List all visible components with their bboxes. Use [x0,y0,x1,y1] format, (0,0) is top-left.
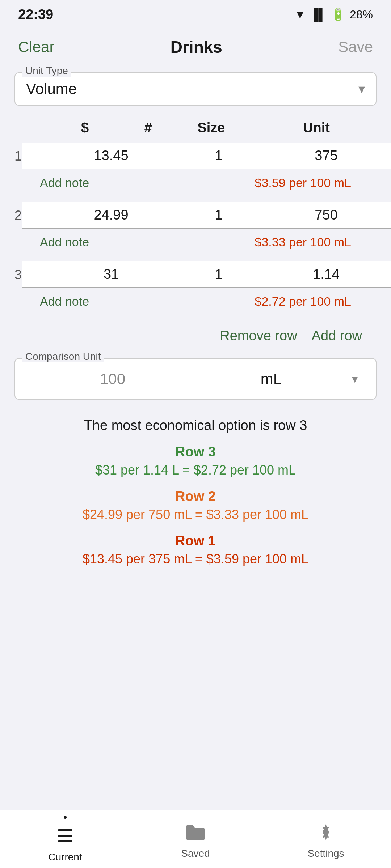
comparison-unit-select[interactable]: mL L fl oz cup pt qt gal [253,369,303,389]
battery-icon: 🔋 [331,8,345,21]
row-2-price-input[interactable] [22,202,201,229]
comparison-unit-value[interactable]: 100 [30,370,196,388]
row-1-num: 1 [14,149,22,164]
nav-settings-label: Settings [307,848,344,859]
list-icon [52,823,78,848]
result-row-2-label: Row 2 [29,489,362,504]
result-row-1-detail: $13.45 per 375 mL = $3.59 per 100 mL [29,552,362,567]
row-1-count-input[interactable] [201,143,237,169]
result-row-2: Row 2 $24.99 per 750 mL = $3.33 per 100 … [29,489,362,522]
row-2-count-input[interactable] [201,202,237,229]
clear-button[interactable]: Clear [18,38,54,56]
svg-rect-3 [186,828,205,840]
row-actions: Remove row Add row [14,321,377,351]
result-row-3-detail: $31 per 1.14 L = $2.72 per 100 mL [29,463,362,478]
add-row-button[interactable]: Add row [312,328,362,344]
remove-row-button[interactable]: Remove row [220,328,297,344]
signal-icon: ▐▌ [310,8,327,21]
nav-item-saved[interactable]: Saved [130,820,261,859]
col-header-price: $ [40,120,130,136]
svg-rect-0 [58,829,72,831]
svg-rect-1 [58,835,72,837]
unit-type-value: Volume [26,80,77,97]
row-1-size-input[interactable] [237,143,391,169]
row-3-price-per: $2.72 per 100 mL [255,294,351,309]
product-row-2: 2 mL L fl oz cup pt qt gal ▾ Add note $3… [14,202,377,254]
row-3-note[interactable]: Add note [40,294,89,309]
status-bar: 22:39 ▼ ▐▌ 🔋 28% [0,0,391,29]
folder-icon [183,820,208,845]
content-area: Unit Type Volume ▾ $ # Size Unit 1 mL L … [0,65,391,657]
battery-percent: 28% [350,8,373,21]
result-text: The most economical option is row 3 [14,407,377,437]
wifi-icon: ▼ [294,8,306,21]
row-1-price-input[interactable] [22,143,201,169]
row-2-price-per: $3.33 per 100 mL [255,235,351,249]
status-time: 22:39 [18,7,53,22]
col-header-unit: Unit [256,120,377,136]
row-3-price-input[interactable] [22,261,201,288]
gear-icon [313,820,339,845]
result-row-3: Row 3 $31 per 1.14 L = $2.72 per 100 mL [29,444,362,478]
comparison-unit-arrow-icon: ▾ [352,372,358,386]
status-icons: ▼ ▐▌ 🔋 28% [294,8,373,21]
row-2-note[interactable]: Add note [40,235,89,249]
save-button[interactable]: Save [338,38,373,56]
nav-item-current[interactable]: Current [0,816,130,863]
row-2-num: 2 [14,208,22,223]
product-row-3: 3 mL L fl oz cup pt qt gal ▾ Add note $2… [14,261,377,314]
result-row-1: Row 1 $13.45 per 375 mL = $3.59 per 100 … [29,533,362,567]
col-header-count: # [130,120,166,136]
row-1-note[interactable]: Add note [40,176,89,190]
comparison-unit-container: Comparison Unit 100 mL L fl oz cup pt qt… [14,358,377,400]
product-row-1: 1 mL L fl oz cup pt qt gal ▾ Add note $3… [14,143,377,195]
result-row-1-label: Row 1 [29,533,362,549]
unit-type-arrow-icon: ▾ [358,81,365,97]
bottom-nav: Current Saved Settings [0,810,391,868]
row-1-price-per: $3.59 per 100 mL [255,176,351,190]
row-3-count-input[interactable] [201,261,237,288]
result-section: Row 3 $31 per 1.14 L = $2.72 per 100 mL … [14,437,377,585]
col-header-size: Size [166,120,256,136]
current-active-dot [64,816,67,819]
row-3-size-input[interactable] [237,261,391,288]
svg-rect-2 [58,840,72,842]
row-2-size-input[interactable] [237,202,391,229]
result-row-2-detail: $24.99 per 750 mL = $3.33 per 100 mL [29,507,362,522]
table-header: $ # Size Unit [14,116,377,139]
row-3-num: 3 [14,267,22,282]
page-title: Drinks [171,37,222,57]
result-row-3-label: Row 3 [29,444,362,460]
comparison-unit-dropdown-wrapper[interactable]: mL L fl oz cup pt qt gal ▾ [196,369,361,389]
nav-current-label: Current [48,851,82,863]
nav-saved-label: Saved [181,848,210,859]
unit-type-dropdown[interactable]: Unit Type Volume ▾ [14,72,377,106]
header: Clear Drinks Save [0,29,391,65]
unit-type-label: Unit Type [22,65,71,77]
comparison-unit-label: Comparison Unit [22,351,104,362]
nav-item-settings[interactable]: Settings [261,820,391,859]
